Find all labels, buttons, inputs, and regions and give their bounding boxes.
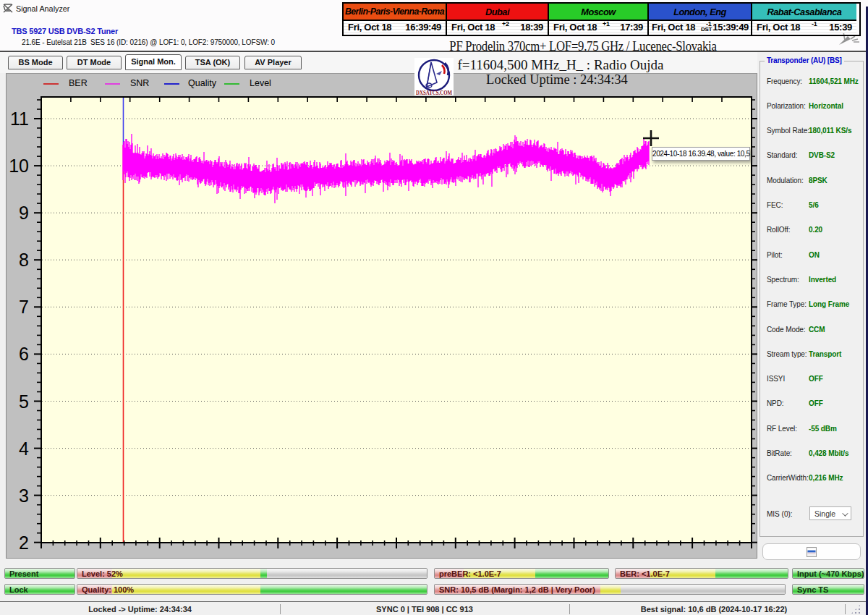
- svg-text:8: 8: [19, 250, 29, 270]
- svg-text:3: 3: [19, 485, 29, 506]
- svg-text:9: 9: [19, 203, 29, 223]
- svg-text:2: 2: [19, 533, 29, 553]
- svg-text:6: 6: [19, 344, 29, 364]
- svg-text:7: 7: [19, 297, 29, 317]
- svg-text:4: 4: [19, 438, 29, 459]
- svg-text:5: 5: [19, 391, 29, 412]
- svg-text:11: 11: [10, 109, 29, 129]
- svg-text:DXSATCS.COM: DXSATCS.COM: [416, 90, 452, 96]
- svg-text:10: 10: [9, 156, 29, 176]
